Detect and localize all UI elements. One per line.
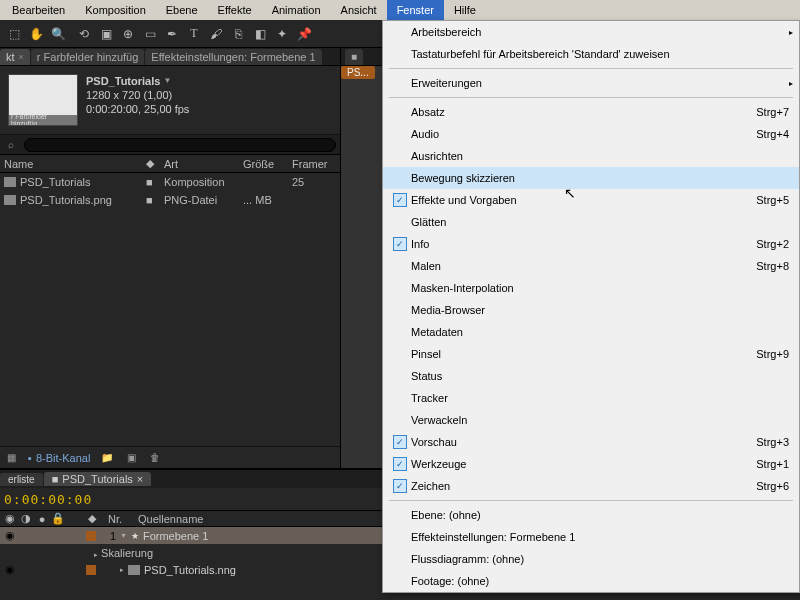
pen-tool-icon[interactable]: ✒ [162,24,182,44]
menu-animation[interactable]: Animation [262,0,331,20]
check-icon: ✓ [393,457,407,471]
layer-color[interactable] [86,531,96,541]
menu-item-werkzeuge[interactable]: ✓WerkzeugeStrg+1 [383,453,799,475]
menu-item-audio[interactable]: AudioStrg+4 [383,123,799,145]
menu-item-zeichen[interactable]: ✓ZeichenStrg+6 [383,475,799,497]
rotate-tool-icon[interactable]: ⟲ [74,24,94,44]
menu-item-effekteinstellungen-formebene-1[interactable]: Effekteinstellungen: Formebene 1 [383,526,799,548]
file-icon [128,565,140,575]
col-nr: Nr. [102,513,122,525]
menu-item-label: Zeichen [411,480,733,492]
shape-tool-icon[interactable]: ▭ [140,24,160,44]
col-label[interactable]: ◆ [146,157,160,170]
menu-item-label: Info [411,238,733,250]
timecode[interactable]: 0:00:00:00 [4,492,92,507]
menu-item-footage-ohne-[interactable]: Footage: (ohne) [383,570,799,592]
menu-item-metadaten[interactable]: Metadaten [383,321,799,343]
panel-tab-effects[interactable]: Effekteinstellungen: Formebene 1 [145,49,321,65]
menu-item-label: Glätten [411,216,733,228]
menu-item-label: Ebene: (ohne) [411,509,793,521]
project-row[interactable]: PSD_Tutorials ■ Komposition 25 [0,173,340,191]
menu-item-flussdiagramm-ohne-[interactable]: Flussdiagramm: (ohne) [383,548,799,570]
label-icon[interactable]: ◆ [86,512,98,525]
menu-hilfe[interactable]: Hilfe [444,0,486,20]
trash-icon[interactable]: 🗑 [148,451,162,465]
menu-item-absatz[interactable]: AbsatzStrg+7 [383,101,799,123]
selection-tool-icon[interactable]: ⬚ [4,24,24,44]
menu-ansicht[interactable]: Ansicht [331,0,387,20]
eraser-tool-icon[interactable]: ◧ [250,24,270,44]
bit-depth-button[interactable]: ▪8-Bit-Kanal [28,452,90,464]
menu-item-malen[interactable]: MalenStrg+8 [383,255,799,277]
project-search-input[interactable] [24,138,336,152]
menu-item-vorschau[interactable]: ✓VorschauStrg+3 [383,431,799,453]
project-panel: kt× r Farbfelder hinzufüg Effekteinstell… [0,48,340,468]
text-tool-icon[interactable]: T [184,24,204,44]
menu-item-gl-tten[interactable]: Glätten [383,211,799,233]
composition-thumbnail[interactable]: r Farbfelder hinzufüg [8,74,78,126]
new-folder-icon[interactable]: 📁 [100,451,114,465]
menu-item-media-browser[interactable]: Media-Browser [383,299,799,321]
menu-item-label: Absatz [411,106,733,118]
menu-item-masken-interpolation[interactable]: Masken-Interpolation [383,277,799,299]
roto-tool-icon[interactable]: ✦ [272,24,292,44]
viewer-comp-tab[interactable]: PS... [341,66,375,79]
menu-item-status[interactable]: Status [383,365,799,387]
layer-color[interactable] [86,565,96,575]
timeline-tab-renderlist[interactable]: erliste [0,473,43,486]
menu-item-tracker[interactable]: Tracker [383,387,799,409]
menu-item-verwackeln[interactable]: Verwackeln [383,409,799,431]
project-row[interactable]: PSD_Tutorials.png ■ PNG-Datei ... MB [0,191,340,209]
menu-item-tastaturbefehl[interactable]: Tastaturbefehl für Arbeitsbereich 'Stand… [383,43,799,65]
chevron-down-icon[interactable]: ▼ [163,74,171,88]
hand-tool-icon[interactable]: ✋ [26,24,46,44]
menu-item-pinsel[interactable]: PinselStrg+9 [383,343,799,365]
audio-icon[interactable]: ◑ [20,512,32,525]
menu-item-info[interactable]: ✓InfoStrg+2 [383,233,799,255]
puppet-tool-icon[interactable]: 📌 [294,24,314,44]
new-comp-icon[interactable]: ▣ [124,451,138,465]
fenster-dropdown: Arbeitsbereich▸ Tastaturbefehl für Arbei… [382,20,800,593]
panel-tab-swatches[interactable]: r Farbfelder hinzufüg [31,49,145,65]
col-framerate[interactable]: Framer [292,158,327,170]
project-duration: 0:00:20:00, 25,00 fps [86,102,189,116]
clone-tool-icon[interactable]: ⎘ [228,24,248,44]
menu-ebene[interactable]: Ebene [156,0,208,20]
menu-item-ebene-ohne-[interactable]: Ebene: (ohne) [383,504,799,526]
row-extra: 25 [292,176,304,188]
menu-fenster[interactable]: Fenster [387,0,444,20]
menu-item-label: Bewegung skizzieren [411,172,733,184]
camera-tool-icon[interactable]: ▣ [96,24,116,44]
menu-item-arbeitsbereich[interactable]: Arbeitsbereich▸ [383,21,799,43]
viewer-tab[interactable]: ■ [345,49,363,65]
file-icon [4,195,16,205]
brush-tool-icon[interactable]: 🖌 [206,24,226,44]
project-resolution: 1280 x 720 (1,00) [86,88,189,102]
check-icon: ✓ [393,479,407,493]
menu-item-erweiterungen[interactable]: Erweiterungen▸ [383,72,799,94]
menu-bearbeiten[interactable]: Bearbeiten [2,0,75,20]
col-type[interactable]: Art [164,158,239,170]
col-name[interactable]: Name [4,158,142,170]
composition-icon [4,177,16,187]
menu-item-shortcut: Strg+7 [733,106,793,118]
eye-icon[interactable]: ◉ [4,512,16,525]
close-icon[interactable]: × [137,473,143,485]
menu-item-label: Werkzeuge [411,458,733,470]
panel-tab-project[interactable]: kt× [0,49,30,65]
menu-item-ausrichten[interactable]: Ausrichten [383,145,799,167]
solo-icon[interactable]: ● [36,513,48,525]
menu-effekte[interactable]: Effekte [208,0,262,20]
menu-item-label: Audio [411,128,733,140]
interpret-icon[interactable]: ▦ [4,451,18,465]
menu-item-effekte-und-vorgaben[interactable]: ✓Effekte und VorgabenStrg+5 [383,189,799,211]
expand-icon[interactable]: ▼ [120,532,127,539]
col-size[interactable]: Größe [243,158,288,170]
zoom-tool-icon[interactable]: 🔍 [48,24,68,44]
lock-icon[interactable]: 🔒 [52,512,64,525]
anchor-tool-icon[interactable]: ⊕ [118,24,138,44]
menu-komposition[interactable]: Komposition [75,0,156,20]
close-icon[interactable]: × [19,52,24,62]
menu-item-bewegung-skizzieren[interactable]: Bewegung skizzieren [383,167,799,189]
timeline-tab-comp[interactable]: ■PSD_Tutorials× [44,472,152,486]
